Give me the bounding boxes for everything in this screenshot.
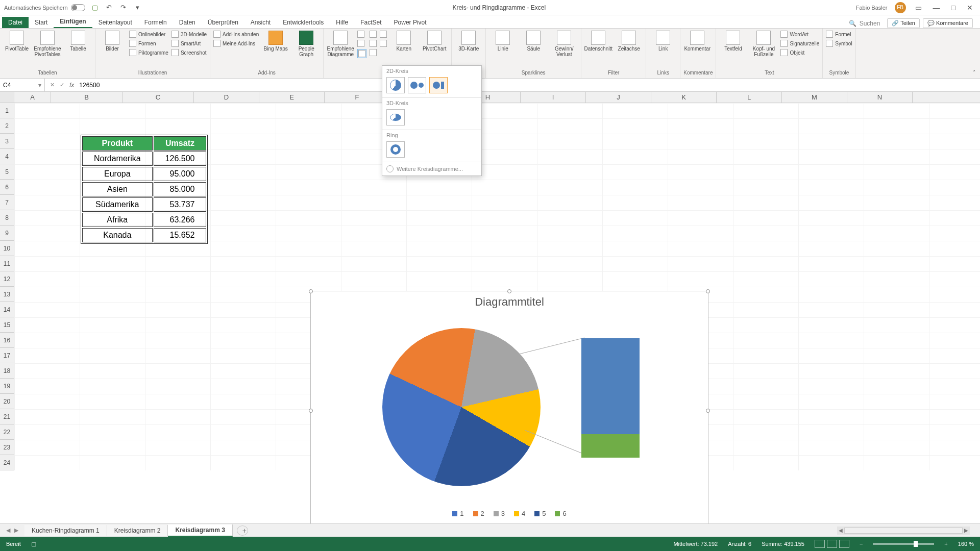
row-header[interactable]: 13 — [0, 287, 14, 302]
row-header[interactable]: 22 — [0, 424, 14, 440]
collapse-ribbon-icon[interactable]: ˄ — [973, 69, 976, 76]
zoom-in-icon[interactable]: + — [944, 541, 947, 547]
resize-handle[interactable] — [309, 289, 313, 293]
equation-button[interactable]: Formel — [826, 31, 852, 38]
horizontal-scrollbar[interactable]: ◀▶ — [837, 527, 970, 535]
undo-icon[interactable]: ↶ — [105, 3, 114, 12]
tab-hilfe[interactable]: Hilfe — [330, 17, 354, 28]
select-all-corner[interactable] — [0, 92, 14, 103]
tab-einfuegen[interactable]: Einfügen — [54, 16, 92, 28]
comment-button[interactable]: Kommentar — [683, 31, 711, 52]
row-header[interactable]: 5 — [0, 164, 14, 180]
search-input[interactable]: 🔍 Suchen — [845, 20, 885, 27]
wordart-button[interactable]: WordArt — [780, 31, 819, 38]
3d-map-button[interactable]: 3D-Karte — [455, 31, 482, 52]
col-header[interactable]: K — [651, 92, 717, 103]
col-header[interactable]: M — [782, 92, 847, 103]
add-sheet-button[interactable]: + — [237, 525, 248, 536]
zoom-level[interactable]: 160 % — [958, 541, 974, 547]
autosave-toggle[interactable]: Automatisches Speichern — [4, 4, 85, 11]
comments-button[interactable]: 💬 Kommentare — [923, 18, 973, 28]
formula-value[interactable]: 126500 — [79, 82, 100, 89]
recommended-pivot-button[interactable]: Empfohlene PivotTables — [34, 31, 61, 57]
object-button[interactable]: Objekt — [780, 49, 819, 56]
pie-3d-option[interactable] — [386, 109, 405, 126]
secondary-bar-plot[interactable] — [581, 338, 640, 458]
chart-type-8-icon[interactable] — [380, 40, 387, 47]
tab-factset[interactable]: FactSet — [354, 17, 387, 28]
tab-ansicht[interactable]: Ansicht — [244, 17, 277, 28]
row-header[interactable]: 7 — [0, 195, 14, 210]
row-header[interactable]: 24 — [0, 455, 14, 470]
row-header[interactable]: 8 — [0, 210, 14, 226]
recommended-charts-button[interactable]: Empfohlene Diagramme — [327, 31, 354, 57]
close-icon[interactable]: ✕ — [965, 4, 975, 12]
textbox-button[interactable]: Textfeld — [719, 31, 747, 52]
sheet-nav-next-icon[interactable]: ▶ — [14, 527, 18, 534]
pie-of-pie-option[interactable] — [408, 77, 426, 93]
chart-type-4-icon[interactable] — [370, 31, 377, 38]
minimize-icon[interactable]: — — [931, 4, 942, 12]
sheet-tab[interactable]: Kuchen-Ringdiagramm 1 — [24, 525, 107, 536]
sparkline-winloss-button[interactable]: Gewinn/ Verlust — [550, 31, 578, 57]
get-addins-button[interactable]: Add-Ins abrufen — [213, 31, 259, 38]
spreadsheet-grid[interactable]: A B C D E F G H I J K L M N 1 2 3 4 5 6 … — [0, 92, 980, 459]
row-header[interactable]: 3 — [0, 134, 14, 149]
resize-handle[interactable] — [706, 289, 710, 293]
chart-object[interactable]: Diagrammtitel 1 2 3 4 5 6 — [310, 291, 708, 531]
row-header[interactable]: 11 — [0, 256, 14, 271]
col-header[interactable]: N — [847, 92, 913, 103]
my-addins-button[interactable]: Meine Add-Ins — [213, 40, 259, 47]
tab-start[interactable]: Start — [29, 17, 54, 28]
bing-maps-button[interactable]: Bing Maps — [262, 31, 289, 52]
view-page-layout-icon[interactable] — [827, 540, 837, 548]
col-header[interactable]: C — [122, 92, 194, 103]
col-header[interactable]: J — [586, 92, 651, 103]
more-pie-charts-option[interactable]: Weitere Kreisdiagramme... — [382, 162, 481, 176]
chart-legend[interactable]: 1 2 3 4 5 6 — [311, 507, 708, 517]
signature-line-button[interactable]: Signaturzeile — [780, 40, 819, 47]
share-button[interactable]: 🔗 Teilen — [887, 18, 920, 28]
chart-title[interactable]: Diagrammtitel — [311, 291, 708, 313]
tab-daten[interactable]: Daten — [173, 17, 202, 28]
sparkline-line-button[interactable]: Linie — [489, 31, 517, 52]
user-avatar[interactable]: FB — [895, 2, 906, 13]
customize-qat-icon[interactable]: ▾ — [133, 3, 142, 12]
row-header[interactable]: 9 — [0, 226, 14, 241]
pie-chart[interactable] — [382, 328, 541, 486]
col-header[interactable]: B — [51, 92, 122, 103]
shapes-button[interactable]: Formen — [129, 40, 168, 47]
view-normal-icon[interactable] — [815, 540, 825, 548]
chart-plot-area[interactable] — [311, 313, 708, 507]
col-header[interactable]: F — [325, 92, 390, 103]
chart-type-7-icon[interactable] — [380, 31, 387, 38]
sheet-tab[interactable]: Kreisdiagramm 2 — [107, 525, 168, 536]
sparkline-column-button[interactable]: Säule — [520, 31, 547, 52]
accept-formula-icon[interactable]: ✓ — [60, 82, 64, 88]
col-header[interactable]: I — [521, 92, 586, 103]
zoom-slider[interactable] — [873, 543, 934, 545]
view-page-break-icon[interactable] — [839, 540, 849, 548]
maps-button[interactable]: Karten — [390, 31, 418, 52]
data-table[interactable]: ProduktUmsatz Nordamerika126.500 Europa9… — [81, 135, 208, 244]
chart-type-5-icon[interactable] — [370, 40, 377, 47]
toggle-switch[interactable] — [71, 4, 85, 11]
fx-icon[interactable]: fx — [69, 82, 74, 89]
row-header[interactable]: 20 — [0, 394, 14, 409]
row-header[interactable]: 14 — [0, 302, 14, 317]
doughnut-option[interactable] — [386, 141, 405, 158]
maximize-icon[interactable]: □ — [949, 4, 958, 12]
save-icon[interactable]: ▢ — [90, 3, 100, 12]
row-header[interactable]: 21 — [0, 409, 14, 424]
chart-type-6-icon[interactable] — [370, 49, 377, 56]
row-header[interactable]: 12 — [0, 271, 14, 287]
icons-button[interactable]: Piktogramme — [129, 49, 168, 56]
link-button[interactable]: Link — [649, 31, 677, 52]
row-header[interactable]: 19 — [0, 379, 14, 394]
redo-icon[interactable]: ↷ — [119, 3, 128, 12]
chart-type-1-icon[interactable] — [357, 31, 366, 38]
pivotchart-button[interactable]: PivotChart — [421, 31, 448, 52]
name-box[interactable]: C4▾ — [0, 79, 45, 91]
tab-seitenlayout[interactable]: Seitenlayout — [92, 17, 138, 28]
pictures-button[interactable]: Bilder — [99, 31, 126, 52]
